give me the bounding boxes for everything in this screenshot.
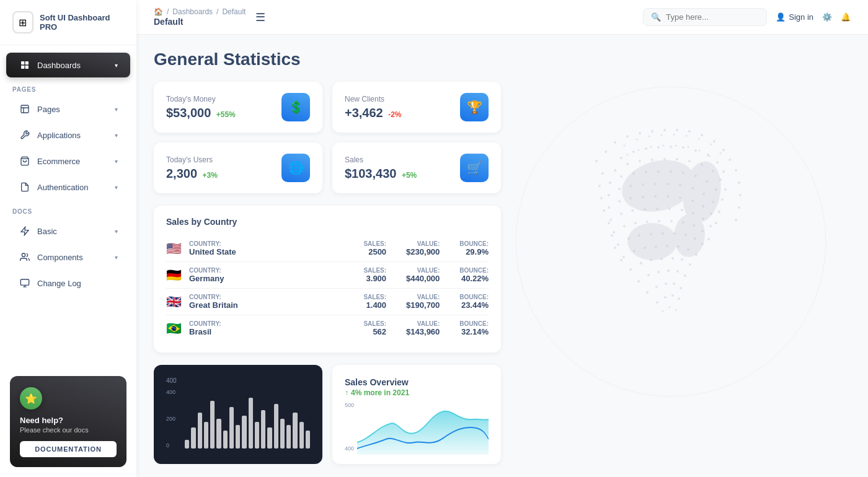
- svg-point-165: [650, 146, 652, 148]
- svg-point-87: [702, 193, 705, 195]
- sidebar-item-basic[interactable]: Basic ▾: [6, 219, 130, 243]
- sidebar-item-components[interactable]: Components ▾: [6, 245, 130, 269]
- components-label: Components: [37, 253, 83, 262]
- svg-point-65: [712, 170, 714, 172]
- svg-point-141: [660, 258, 663, 260]
- pages-chevron: ▾: [115, 106, 118, 113]
- svg-rect-2: [21, 66, 24, 69]
- svg-point-35: [611, 234, 613, 237]
- sidebar-item-changelog[interactable]: Change Log: [6, 271, 130, 295]
- search-box[interactable]: 🔍: [643, 8, 767, 26]
- svg-point-119: [701, 230, 704, 232]
- svg-point-57: [614, 169, 616, 172]
- svg-point-14: [639, 132, 641, 134]
- svg-point-147: [657, 271, 660, 273]
- svg-point-91: [618, 200, 621, 203]
- svg-point-78: [721, 198, 724, 201]
- svg-point-164: [638, 149, 640, 151]
- svg-point-60: [651, 159, 653, 161]
- bar-item: [299, 422, 304, 449]
- br-flag: 🇧🇷: [166, 321, 182, 336]
- svg-point-31: [739, 194, 742, 196]
- gb-country-name: Great Britain: [189, 300, 363, 310]
- svg-point-157: [664, 296, 666, 299]
- svg-point-26: [598, 185, 601, 187]
- svg-point-82: [642, 183, 644, 186]
- bar-item: [255, 422, 259, 449]
- sidebar: ⊞ Soft UI Dashboard PRO Dashboards ▾ PAG…: [0, 0, 136, 477]
- sidebar-item-authentication[interactable]: Authentication ▾: [6, 175, 130, 199]
- components-chevron: ▾: [115, 254, 118, 261]
- svg-point-155: [680, 287, 682, 289]
- content-area: General Statistics Today's Money $53,000…: [136, 35, 868, 477]
- stat-card-users: Today's Users 2,300 +3% 🌐: [154, 142, 322, 193]
- svg-point-145: [637, 280, 640, 282]
- svg-point-80: [618, 188, 621, 190]
- svg-point-46: [720, 152, 722, 154]
- auth-icon: [19, 181, 31, 193]
- svg-rect-4: [21, 105, 29, 113]
- svg-point-29: [735, 169, 737, 172]
- svg-point-112: [623, 225, 626, 227]
- svg-point-38: [624, 145, 626, 147]
- bar-item: [191, 427, 195, 449]
- svg-point-41: [661, 134, 663, 136]
- svg-point-126: [673, 232, 676, 235]
- notifications-button[interactable]: 🔔: [841, 12, 851, 22]
- documentation-button[interactable]: DOCUMENTATION: [20, 441, 117, 457]
- svg-point-143: [681, 258, 683, 261]
- stat-money-label: Today's Money: [166, 95, 236, 103]
- svg-point-105: [656, 208, 658, 210]
- breadcrumb-default: Default: [222, 7, 246, 16]
- ecommerce-icon: [19, 155, 31, 167]
- stat-sales-icon: 🛒: [460, 154, 489, 182]
- stats-grid: Today's Money $53,000 +55% 💲 New Clients: [154, 82, 501, 193]
- svg-point-71: [645, 171, 647, 173]
- sidebar-item-ecommerce[interactable]: Ecommerce ▾: [6, 149, 130, 173]
- svg-point-169: [699, 150, 701, 152]
- svg-point-158: [671, 294, 674, 297]
- svg-point-135: [677, 245, 680, 248]
- svg-point-156: [656, 301, 658, 304]
- svg-point-77: [715, 188, 717, 191]
- svg-point-98: [702, 205, 704, 208]
- stat-sales-row: $103,430 +5%: [345, 167, 417, 181]
- settings-button[interactable]: ⚙️: [822, 12, 832, 22]
- de-data-cols: Sales: 3.900 Value: $440,000 Bounce: 40.…: [363, 267, 489, 283]
- svg-point-139: [640, 262, 642, 265]
- bar-item: [229, 407, 234, 449]
- svg-point-166: [663, 145, 665, 147]
- table-row: 🇧🇷 Country: Brasil Sales: 562 Value:: [166, 315, 489, 341]
- signin-button[interactable]: 👤 Sign in: [776, 12, 813, 22]
- svg-point-153: [665, 282, 667, 285]
- br-country-name: Brasil: [189, 327, 363, 336]
- svg-point-114: [646, 221, 649, 223]
- applications-chevron: ▾: [115, 132, 118, 139]
- sidebar-logo: ⊞ Soft UI Dashboard PRO: [0, 0, 136, 45]
- page-title: General Statistics: [154, 50, 501, 69]
- svg-point-81: [629, 185, 632, 187]
- svg-point-159: [678, 297, 680, 300]
- svg-point-125: [662, 232, 664, 235]
- svg-point-132: [644, 247, 646, 249]
- svg-rect-1: [25, 61, 29, 64]
- us-data-cols: Sales: 2500 Value: $230,900 Bounce: 29.9…: [363, 240, 489, 256]
- de-country-col: Country: Germany: [189, 267, 363, 283]
- svg-point-129: [701, 243, 704, 245]
- bar-item: [236, 425, 240, 449]
- sidebar-item-dashboards[interactable]: Dashboards ▾: [6, 53, 130, 77]
- sidebar-item-pages[interactable]: Pages ▾: [6, 97, 130, 121]
- table-row: 🇬🇧 Country: Great Britain Sales: 1.400: [166, 289, 489, 315]
- svg-point-134: [666, 245, 668, 247]
- hamburger-button[interactable]: ☰: [255, 11, 265, 24]
- svg-point-106: [668, 208, 671, 210]
- svg-point-36: [614, 247, 616, 249]
- dashboards-chevron: ▾: [115, 62, 118, 69]
- pages-icon: [19, 103, 31, 115]
- de-flag: 🇩🇪: [166, 268, 182, 282]
- search-input[interactable]: [666, 12, 759, 22]
- stat-users-label: Today's Users: [166, 155, 218, 164]
- sidebar-item-applications[interactable]: Applications ▾: [6, 123, 130, 147]
- sidebar-nav: Dashboards ▾ PAGES Pages ▾ Applications …: [0, 45, 136, 366]
- svg-point-56: [722, 170, 725, 173]
